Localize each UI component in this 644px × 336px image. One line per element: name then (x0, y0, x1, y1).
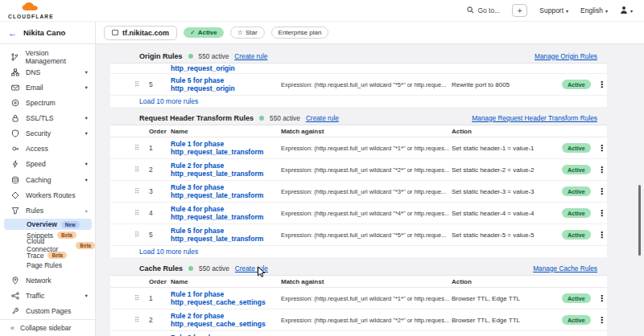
table-row: ⠿ 3 Rule 3 for phase http_request_late_t… (110, 181, 607, 203)
cache-rules-header: Cache Rules 550 active Create rule Manag… (110, 261, 607, 275)
kebab-menu-icon[interactable]: ⋮ (597, 230, 606, 240)
status-badge: Active (562, 208, 591, 218)
goto-search[interactable]: Go to... (467, 6, 500, 15)
sidebar-item-security[interactable]: Security ▼ (0, 126, 95, 141)
rule-name-link[interactable]: http_request_origin (171, 64, 281, 73)
rule-name-link[interactable]: Rule 4 for phase http_request_late_trans… (171, 205, 281, 222)
chevron-down-icon: ▾ (605, 8, 608, 14)
sidebar-item-cloud-connector[interactable]: Cloud Connector Beta (0, 240, 95, 251)
search-icon (467, 6, 474, 15)
sidebar-item-custom-pages[interactable]: Custom Pages (0, 304, 95, 319)
sidebar-item-network[interactable]: Network (0, 273, 95, 289)
sidebar-item-spectrum[interactable]: Spectrum (0, 95, 95, 110)
drag-handle-icon[interactable]: ⠿ (134, 209, 149, 217)
kebab-menu-icon[interactable]: ⋮ (597, 293, 606, 304)
drag-handle-icon[interactable]: ⠿ (134, 80, 149, 88)
create-rule-link[interactable]: Create rule (306, 114, 339, 122)
manage-origin-rules-link[interactable]: Manage Origin Rules (535, 52, 597, 60)
create-rule-link[interactable]: Create rule (234, 52, 267, 60)
kebab-menu-icon[interactable]: ⋮ (597, 143, 606, 154)
rule-name-link[interactable]: Rule 2 for phase http_request_cache_sett… (171, 312, 281, 329)
rule-order: 1 (149, 294, 171, 302)
sidebar-item-speed[interactable]: Speed ▼ (0, 157, 95, 172)
status-badge: Active (562, 293, 591, 303)
sidebar-item-dns[interactable]: DNS ▼ (0, 64, 95, 80)
drag-handle-icon[interactable]: ⠿ (134, 231, 149, 239)
rule-name-link[interactable]: Rule 3 for phase http_request_cache_sett… (171, 334, 281, 336)
table-row: ⠿ 5 Rule 5 for phase http_request_origin… (110, 74, 607, 96)
chevron-down-icon: ▼ (85, 85, 89, 90)
scrollbar-thumb[interactable] (638, 185, 641, 256)
drag-handle-icon[interactable]: ⠿ (134, 294, 149, 302)
sidebar-item-caching[interactable]: Caching ▼ (0, 172, 95, 187)
active-count: 550 active (270, 114, 300, 122)
sidebar-item-overview[interactable]: Overview New (4, 219, 92, 230)
add-button[interactable]: + (512, 4, 527, 17)
rule-name-link[interactable]: Rule 1 for phase http_request_late_trans… (171, 140, 281, 157)
support-menu[interactable]: Support ▾ (539, 6, 568, 14)
drag-handle-icon[interactable]: ⠿ (134, 166, 149, 174)
active-count: 550 active (199, 52, 229, 60)
column-order: Order (149, 128, 171, 135)
rule-action: Rewrite port to 8005 (452, 81, 562, 88)
padlock-icon (10, 114, 19, 122)
sidebar-item-email[interactable]: Email ▼ (0, 80, 95, 95)
sidebar-item-page-rules[interactable]: Page Rules (0, 260, 95, 271)
rule-name-link[interactable]: Rule 2 for phase http_request_late_trans… (171, 162, 281, 178)
load-more-link[interactable]: Load 10 more rules (139, 248, 198, 256)
rule-action: Set static header-1 = value-1 (452, 145, 562, 152)
rule-expression: Expression: (http.request.full_uri wildc… (281, 145, 452, 152)
rule-expression: Expression: (http.request.full_uri wildc… (281, 210, 452, 217)
drag-handle-icon[interactable]: ⠿ (134, 187, 149, 195)
column-match: Match against (281, 128, 452, 135)
rule-expression: Expression: (http.request.full_uri wildc… (281, 295, 452, 302)
sidebar-item-version-management[interactable]: Version Management (0, 49, 95, 64)
drag-handle-icon[interactable]: ⠿ (134, 316, 149, 324)
rule-expression: Expression: (http.request.full_uri wildc… (281, 81, 452, 88)
rules-submenu: Overview New Snippets Beta Cloud Connect… (0, 219, 95, 270)
chevron-down-icon: ▼ (85, 116, 89, 121)
load-more-row: Load 10 more rules (110, 246, 607, 257)
rule-action: Browser TTL, Edge TTL (452, 295, 562, 302)
chevron-down-icon: ▾ (566, 8, 568, 14)
chevron-up-icon: ▲ (85, 208, 89, 213)
domain-selector[interactable]: tf.nikitac.com (104, 26, 177, 40)
table-row-partial: ⠿ 3 Rule 3 for phase http_request_cache_… (110, 331, 607, 336)
collapse-icon: « (10, 324, 14, 332)
collapse-sidebar-button[interactable]: « Collapse sidebar (0, 319, 95, 336)
rule-name-link[interactable]: Rule 5 for phase http_request_late_trans… (171, 227, 281, 244)
rule-name-link[interactable]: Rule 5 for phase http_request_origin (171, 76, 281, 93)
load-more-link[interactable]: Load 10 more rules (139, 97, 198, 105)
sidebar-item-access[interactable]: Access (0, 141, 95, 157)
user-menu[interactable]: ▾ (620, 6, 633, 15)
column-order: Order (149, 278, 171, 285)
rule-name-link[interactable]: Rule 3 for phase http_request_late_trans… (171, 183, 281, 200)
language-menu[interactable]: English ▾ (580, 6, 608, 14)
sidebar-item-workers-routes[interactable]: Workers Routes (0, 187, 95, 203)
table-row: ⠿ 5 Rule 5 for phase http_request_late_t… (110, 224, 607, 246)
beta-badge: Beta (76, 242, 95, 249)
kebab-menu-icon[interactable]: ⋮ (597, 186, 606, 197)
sidebar-item-traffic[interactable]: Traffic ▼ (0, 289, 95, 304)
check-icon: ✓ (190, 29, 196, 36)
kebab-menu-icon[interactable]: ⋮ (597, 315, 606, 326)
rule-order: 3 (149, 187, 171, 195)
drag-handle-icon[interactable]: ⠿ (134, 144, 149, 152)
manage-cache-rules-link[interactable]: Manage Cache Rules (533, 264, 597, 272)
rule-name-link[interactable]: Rule 1 for phase http_request_cache_sett… (171, 290, 281, 307)
request-header-transform-rules-section: Request Header Transform Rules 550 activ… (110, 111, 607, 257)
back-arrow-icon[interactable]: ← (8, 28, 17, 38)
star-button[interactable]: ☆ Star (230, 27, 265, 39)
kebab-menu-icon[interactable]: ⋮ (597, 165, 606, 175)
brand-name: CLOUDFLARE (8, 14, 54, 20)
cloudflare-logo[interactable]: CLOUDFLARE (8, 1, 54, 20)
kebab-menu-icon[interactable]: ⋮ (597, 208, 606, 219)
kebab-menu-icon[interactable]: ⋮ (597, 80, 606, 90)
spectrum-icon (10, 99, 19, 107)
pin-icon (10, 277, 19, 285)
sidebar-item-rules[interactable]: Rules ▲ (0, 203, 95, 218)
sidebar-item-ssl-tls[interactable]: SSL/TLS ▼ (0, 111, 95, 126)
manage-transform-rules-link[interactable]: Manage Request Header Transform Rules (472, 114, 597, 122)
chevron-down-icon: ▼ (85, 293, 89, 298)
table-column-headers: Order Name Match against Action (110, 125, 607, 137)
